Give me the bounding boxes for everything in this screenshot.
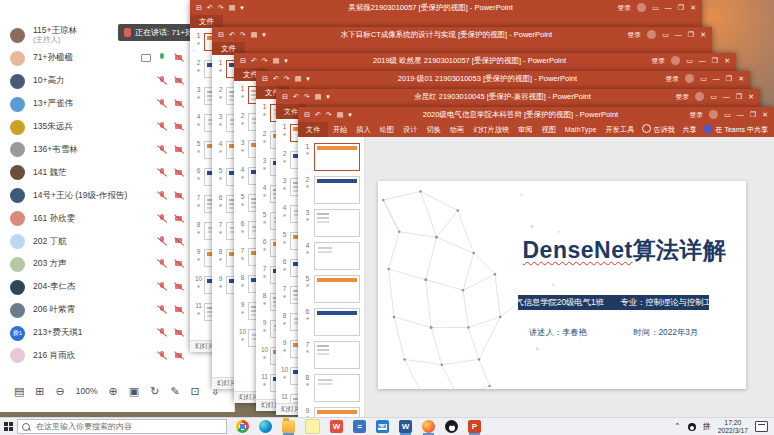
slide-thumbnail[interactable]: 4★ (301, 242, 361, 270)
taskbar-app-edge[interactable] (259, 420, 272, 433)
ribbon-tabs[interactable]: 文件开始插入绘图设计切换动画幻灯片放映审阅视图MathType开发工具帮助百度网… (298, 122, 636, 137)
close-button[interactable]: ✕ (700, 31, 706, 39)
ribbon-tab[interactable]: 审阅 (514, 125, 537, 135)
teams-share-button[interactable]: 在 Teams 中共享 (704, 125, 768, 135)
save-icon[interactable]: ⊟ (262, 75, 268, 83)
save-icon[interactable]: ⊟ (218, 31, 224, 39)
user-avatar[interactable] (695, 92, 704, 101)
quick-access-toolbar[interactable]: ⊟↶↷▤▾ (234, 57, 294, 65)
minimize-button[interactable]: — (665, 4, 672, 11)
undo-icon[interactable]: ↶ (229, 31, 235, 39)
save-icon[interactable]: ⊟ (196, 4, 202, 12)
slide-thumb-box[interactable] (314, 143, 360, 171)
tray-qq-icon[interactable] (688, 423, 696, 431)
ribbon-options-icon[interactable]: ▭ (724, 111, 731, 119)
minimize-button[interactable]: — (713, 75, 720, 82)
ribbon-tab[interactable]: 动画 (445, 125, 468, 135)
login-label[interactable]: 登录 (651, 56, 665, 66)
quick-access-toolbar[interactable]: ⊟↶↷▤▾ (212, 31, 272, 39)
slide-thumb-box[interactable] (314, 374, 360, 402)
redo-icon[interactable]: ↷ (262, 57, 268, 65)
minimize-button[interactable]: — (723, 93, 730, 100)
slide-thumbnail[interactable]: 6★ (301, 308, 361, 336)
crop-icon[interactable]: ⊡ (191, 385, 200, 398)
save-icon[interactable]: ⊟ (304, 111, 310, 119)
close-button[interactable]: ✕ (748, 93, 754, 101)
user-avatar[interactable] (671, 56, 680, 65)
close-button[interactable]: ✕ (738, 75, 744, 83)
ribbon-tab[interactable]: 绘图 (375, 125, 398, 135)
user-avatar[interactable] (709, 110, 718, 119)
taskbar-app-notes[interactable] (305, 419, 320, 434)
redo-icon[interactable]: ↷ (240, 31, 246, 39)
ribbon-tab[interactable]: 文件 (298, 122, 328, 137)
slide-editing-area[interactable]: DenseNet算法详解 电气信息学院20级电气1班 专业：控制理论与控制工程 … (365, 137, 774, 418)
zoom-out-icon[interactable]: ⊖ (56, 385, 65, 398)
ribbon-tab[interactable]: 视图 (537, 125, 560, 135)
slide-thumbnail[interactable]: 2★ (301, 176, 361, 204)
taskbar-app-powerpoint[interactable]: P (468, 420, 481, 433)
minimize-button[interactable]: — (737, 111, 744, 118)
notification-center-icon[interactable] (755, 421, 768, 432)
qat-dropdown-icon[interactable]: ▾ (306, 75, 310, 83)
qat-dropdown-icon[interactable]: ▾ (326, 93, 330, 101)
ribbon-tab[interactable]: 幻灯片放映 (469, 125, 514, 135)
maximize-button[interactable]: ❐ (688, 31, 694, 39)
ribbon-options-icon[interactable]: ▭ (652, 4, 659, 12)
quick-access-toolbar[interactable]: ⊟ ↶ ↷ ▤ ▾ (298, 111, 358, 119)
redo-icon[interactable]: ↷ (304, 93, 310, 101)
login-label[interactable]: 登录 (665, 74, 679, 84)
login-label[interactable]: 登录 (675, 92, 689, 102)
slideshow-icon[interactable]: ▤ (229, 4, 236, 12)
taskbar-app-explorer[interactable] (282, 420, 295, 433)
save-icon[interactable]: ⊟ (282, 93, 288, 101)
slide-thumb-box[interactable] (314, 341, 360, 369)
actual-size-icon[interactable]: ▣ (129, 385, 139, 398)
close-button[interactable]: ✕ (690, 4, 696, 12)
search-input[interactable] (34, 421, 222, 432)
undo-icon[interactable]: ↶ (293, 93, 299, 101)
maximize-button[interactable]: ❐ (750, 111, 756, 119)
slide-thumb-box[interactable] (314, 209, 360, 237)
slide-thumb-box[interactable] (314, 308, 360, 336)
taskbar-app-calc[interactable]: = (353, 420, 366, 433)
ribbon-tab[interactable]: 切换 (422, 125, 445, 135)
taskbar-app-wps[interactable]: W (330, 420, 343, 433)
qat-dropdown-icon[interactable]: ▾ (240, 4, 244, 12)
zoom-in-icon[interactable]: ⊕ (109, 385, 118, 398)
start-button[interactable] (0, 418, 17, 435)
user-avatar[interactable] (685, 74, 694, 83)
redo-icon[interactable]: ↷ (326, 111, 332, 119)
undo-icon[interactable]: ↶ (207, 4, 213, 12)
slideshow-icon[interactable]: ▤ (337, 111, 344, 119)
close-button[interactable]: ✕ (724, 57, 730, 65)
minimize-button[interactable]: — (699, 57, 706, 64)
pages-icon[interactable]: ▤ (14, 385, 24, 398)
slide-thumbnail-panel[interactable]: 1★2★3★4★5★6★7★8★9★10★11★ (298, 137, 365, 418)
slide-thumbnail[interactable]: 8★ (301, 374, 361, 402)
close-button[interactable]: ✕ (762, 111, 768, 119)
slideshow-icon[interactable]: ▤ (251, 31, 258, 39)
qat-dropdown-icon[interactable]: ▾ (284, 57, 288, 65)
taskbar-app-chrome[interactable] (236, 420, 249, 433)
slide-thumbnail[interactable]: 5★ (301, 275, 361, 303)
qat-dropdown-icon[interactable]: ▾ (348, 111, 352, 119)
taskbar-app-word[interactable]: W (399, 420, 412, 433)
slide-thumbnail[interactable]: 1★ (301, 143, 361, 171)
ribbon-options-icon[interactable]: ▭ (700, 75, 707, 83)
user-avatar[interactable] (637, 3, 646, 12)
taskbar-app-qq[interactable] (445, 420, 458, 433)
slideshow-icon[interactable]: ▤ (315, 93, 322, 101)
taskbar-app-firefox[interactable] (422, 420, 435, 433)
share-button[interactable]: 共享 (682, 125, 696, 135)
minimize-button[interactable]: — (675, 31, 682, 38)
ribbon-tab[interactable]: 插入 (352, 125, 375, 135)
maximize-button[interactable]: ❐ (678, 4, 684, 12)
edit-icon[interactable]: ✎ (170, 385, 179, 398)
ribbon-options-icon[interactable]: ▭ (710, 93, 717, 101)
redo-icon[interactable]: ↷ (218, 4, 224, 12)
ribbon-tab[interactable]: 开发工具 (601, 125, 637, 135)
taskbar-app-mail[interactable] (376, 420, 389, 433)
slide-thumbnail[interactable]: 7★ (301, 341, 361, 369)
slideshow-icon[interactable]: ▤ (273, 57, 280, 65)
